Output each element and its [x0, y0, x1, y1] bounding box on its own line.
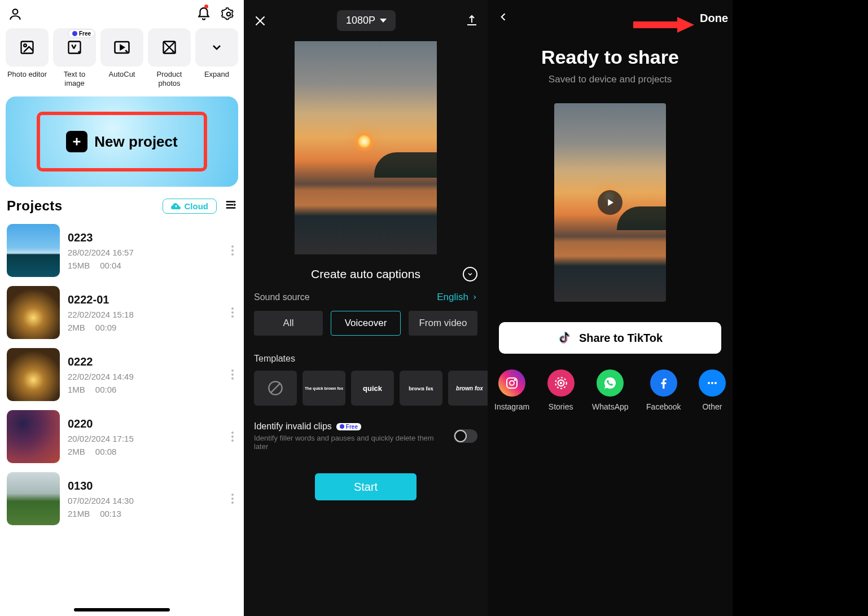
share-panel: Done Ready to share Saved to device and …: [488, 0, 733, 616]
chevron-down-icon: [380, 19, 387, 23]
svg-point-1: [227, 12, 231, 16]
tool-photo-editor[interactable]: Photo editor: [6, 28, 49, 87]
tool-expand[interactable]: Expand: [195, 28, 238, 87]
svg-point-16: [714, 382, 717, 384]
tool-autocut[interactable]: AutoCut: [100, 28, 143, 87]
templates-row[interactable]: The quick brown fox quick brown fox brow…: [244, 371, 488, 417]
more-icon[interactable]: [228, 304, 237, 321]
captions-header: Create auto captions: [244, 254, 488, 291]
tiktok-icon: [558, 331, 571, 345]
svg-rect-2: [21, 42, 33, 54]
project-date: 07/02/2024 14:30: [68, 496, 220, 505]
social-label: Facebook: [646, 402, 681, 411]
templates-label: Templates: [244, 346, 488, 371]
social-instagram[interactable]: Instagram: [494, 369, 529, 411]
svg-point-3: [24, 44, 27, 47]
project-name: 0220: [68, 417, 220, 430]
instagram-icon: [498, 369, 525, 397]
project-thumb: [7, 348, 60, 401]
captions-title: Create auto captions: [269, 267, 463, 281]
arrow-annotation: [633, 15, 695, 35]
project-info: 0222-01 22/02/2024 15:18 2MB00:09: [68, 293, 220, 332]
projects-header: Projects Cloud: [0, 198, 244, 219]
source-all[interactable]: All: [254, 311, 323, 336]
project-item[interactable]: 0222 22/02/2024 14:49 1MB00:06: [0, 344, 244, 406]
social-stories[interactable]: Stories: [547, 369, 575, 411]
project-date: 22/02/2024 15:18: [68, 310, 220, 319]
template-item[interactable]: quick: [351, 371, 394, 406]
share-preview[interactable]: [488, 103, 733, 302]
back-icon[interactable]: [498, 10, 509, 26]
project-item[interactable]: 0223 28/02/2024 16:57 15MB00:04: [0, 219, 244, 281]
projects-list: 0223 28/02/2024 16:57 15MB00:04 0222-01 …: [0, 219, 244, 530]
template-item[interactable]: brown fox: [448, 371, 488, 406]
social-label: Other: [702, 402, 722, 411]
social-other[interactable]: Other: [699, 369, 726, 411]
project-info: 0222 22/02/2024 14:49 1MB00:06: [68, 355, 220, 394]
project-thumb: [7, 286, 60, 339]
project-thumb: [7, 472, 60, 525]
project-item[interactable]: 0130 07/02/2024 14:30 21MB00:13: [0, 468, 244, 530]
source-segments: All Voiceover From video: [244, 311, 488, 346]
tool-product-photos[interactable]: AI Product photos: [148, 28, 191, 87]
project-item[interactable]: 0222-01 22/02/2024 15:18 2MB00:09: [0, 281, 244, 344]
project-meta: 1MB00:06: [68, 385, 220, 394]
source-voiceover[interactable]: Voiceover: [331, 311, 401, 336]
social-row: Instagram Stories WhatsApp Facebook Othe…: [488, 369, 733, 411]
tool-text-to-image[interactable]: Free Text to image: [53, 28, 96, 87]
video-preview[interactable]: [244, 41, 488, 254]
template-item[interactable]: brown fox: [400, 371, 442, 406]
close-icon[interactable]: [253, 14, 268, 28]
filter-icon[interactable]: [225, 199, 237, 213]
projects-title: Projects: [7, 198, 63, 214]
export-icon[interactable]: [465, 14, 479, 28]
more-icon[interactable]: [228, 428, 237, 445]
stories-icon: [547, 369, 575, 397]
tool-label: Photo editor: [7, 70, 47, 79]
bell-icon[interactable]: [196, 7, 211, 21]
social-label: Instagram: [494, 402, 529, 411]
source-from-video[interactable]: From video: [409, 311, 477, 336]
done-button[interactable]: Done: [700, 12, 728, 25]
home-panel: Photo editor Free Text to image AutoCut …: [0, 0, 244, 616]
share-title: Ready to share: [488, 46, 733, 68]
social-facebook[interactable]: Facebook: [646, 369, 681, 411]
project-date: 22/02/2024 14:49: [68, 372, 220, 381]
collapse-icon[interactable]: [463, 267, 477, 281]
invalid-clips-title: Identify invalid clips Free: [254, 421, 447, 432]
start-button[interactable]: Start: [315, 473, 417, 500]
more-icon[interactable]: [228, 366, 237, 383]
sound-source-row: Sound source English: [244, 291, 488, 311]
cloud-button[interactable]: Cloud: [163, 199, 217, 214]
gear-icon[interactable]: [221, 7, 236, 21]
share-tiktok-button[interactable]: Share to TikTok: [499, 322, 721, 354]
project-info: 0220 20/02/2024 17:15 2MB00:08: [68, 417, 220, 456]
project-info: 0130 07/02/2024 14:30 21MB00:13: [68, 479, 220, 518]
template-item[interactable]: The quick brown fox: [303, 371, 345, 406]
invalid-clips-row: Identify invalid clips Free Identify fil…: [244, 417, 488, 463]
template-none[interactable]: [254, 371, 297, 406]
svg-point-14: [708, 382, 710, 384]
language-button[interactable]: English: [437, 292, 477, 303]
project-item[interactable]: 0220 20/02/2024 17:15 2MB00:08: [0, 406, 244, 468]
invalid-clips-desc: Identify filler words and pauses and qui…: [254, 434, 447, 451]
more-icon[interactable]: [228, 490, 237, 507]
new-project-highlight: New project: [37, 112, 207, 171]
plus-icon: [66, 131, 87, 152]
resolution-button[interactable]: 1080P: [337, 10, 396, 31]
profile-icon[interactable]: [8, 7, 23, 21]
project-meta: 2MB00:09: [68, 323, 220, 332]
svg-point-11: [515, 380, 516, 381]
social-label: Stories: [549, 402, 573, 411]
project-name: 0222: [68, 355, 220, 368]
social-label: WhatsApp: [592, 402, 629, 411]
play-icon[interactable]: [598, 190, 622, 215]
tool-label: Expand: [204, 70, 229, 79]
new-project-card[interactable]: New project: [6, 96, 238, 187]
share-subtitle: Saved to device and projects: [488, 74, 733, 85]
social-whatsapp[interactable]: WhatsApp: [592, 369, 629, 411]
share-top-bar: Done: [488, 0, 733, 32]
free-badge: Free: [336, 423, 361, 430]
invalid-clips-toggle[interactable]: [454, 429, 477, 443]
more-icon[interactable]: [228, 242, 237, 259]
